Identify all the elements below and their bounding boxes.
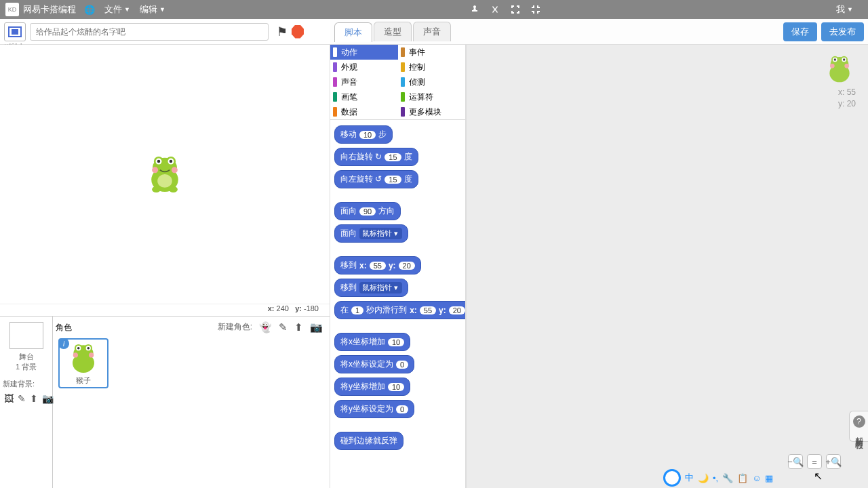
upload-sprite-icon[interactable]: ⬆ xyxy=(294,321,303,333)
svg-point-13 xyxy=(152,186,161,192)
backdrop-thumb[interactable] xyxy=(9,322,43,349)
svg-point-32 xyxy=(843,58,845,60)
category-5[interactable]: 侦测 xyxy=(398,75,466,89)
block-move[interactable]: 移动10步 xyxy=(334,125,393,144)
svg-point-22 xyxy=(87,347,90,350)
svg-point-11 xyxy=(172,167,178,173)
category-0[interactable]: 动作 xyxy=(330,45,398,60)
svg-point-33 xyxy=(830,64,835,68)
green-flag-icon[interactable]: ⚑ xyxy=(277,24,288,39)
zoom-out-icon[interactable]: −🔍 xyxy=(788,454,803,469)
brand-label: 网易卡搭编程 xyxy=(23,3,76,16)
new-sprite-label: 新建角色: xyxy=(218,321,252,333)
svg-rect-1 xyxy=(12,29,18,35)
category-6[interactable]: 画笔 xyxy=(330,89,398,104)
camera-sprite-icon[interactable]: 📷 xyxy=(310,321,323,333)
grow-icon[interactable] xyxy=(508,2,523,17)
block-change-y[interactable]: 将y坐标增加10 xyxy=(334,378,410,396)
svg-point-21 xyxy=(77,347,80,350)
category-2[interactable]: 外观 xyxy=(330,60,398,75)
category-3[interactable]: 控制 xyxy=(398,60,466,75)
ime-grid-icon[interactable]: ▦ xyxy=(765,473,773,483)
tab-sounds[interactable]: 声音 xyxy=(413,22,451,41)
block-point-to[interactable]: 面向鼠标指针 ▾ xyxy=(334,224,408,243)
svg-point-23 xyxy=(73,352,78,357)
menu-edit[interactable]: 编辑▼ xyxy=(140,3,165,16)
scissors-icon[interactable] xyxy=(488,2,502,17)
ime-moon-icon[interactable]: 🌙 xyxy=(698,473,709,483)
sprites-header-label: 角色 xyxy=(56,322,72,333)
ime-wrench-icon[interactable]: 🔧 xyxy=(722,473,733,483)
block-turn-right[interactable]: 向右旋转 ↻15度 xyxy=(334,148,418,166)
block-set-y[interactable]: 将y坐标设定为0 xyxy=(334,400,414,418)
sprite-thumb[interactable]: i 猴子 xyxy=(58,338,108,388)
ime-smile-icon[interactable]: ☺ xyxy=(752,473,761,483)
save-button[interactable]: 保存 xyxy=(783,22,817,41)
block-point-dir[interactable]: 面向90方向 xyxy=(334,202,401,220)
ime-lang[interactable]: 中 xyxy=(685,472,694,484)
sprite-panel: 舞台 1 背景 新建背景: 🖼 ✎ ⬆ 📷 角色 新建角色: 👻 ✎ xyxy=(0,316,330,488)
svg-point-31 xyxy=(834,58,836,60)
menu-file[interactable]: 文件▼ xyxy=(104,3,130,16)
project-title-input[interactable] xyxy=(30,23,269,41)
globe-icon[interactable]: 🌐 xyxy=(84,5,95,15)
mouse-cursor-icon: ↖ xyxy=(814,470,823,483)
stamp-icon[interactable] xyxy=(467,2,482,17)
block-set-x[interactable]: 将x坐标设定为0 xyxy=(334,355,414,373)
choose-sprite-icon[interactable]: 👻 xyxy=(259,321,272,333)
category-1[interactable]: 事件 xyxy=(398,45,466,60)
help-tab[interactable]: ? 帮助与教程 xyxy=(849,411,868,442)
block-glide[interactable]: 在1秒内滑行到x:55y:20 xyxy=(334,301,465,319)
svg-point-10 xyxy=(152,167,158,173)
category-9[interactable]: 更多模块 xyxy=(398,104,466,119)
help-label: 帮助与教程 xyxy=(853,430,865,437)
svg-point-24 xyxy=(89,352,94,357)
zoom-in-icon[interactable]: +🔍 xyxy=(826,454,841,469)
help-icon: ? xyxy=(853,415,865,428)
ime-toolbar: 中 🌙 •, 🔧 📋 ☺ ▦ xyxy=(663,469,773,487)
tab-costumes[interactable]: 造型 xyxy=(374,22,412,41)
sprite-on-stage[interactable] xyxy=(146,154,183,195)
sprite-info-icon[interactable]: i xyxy=(58,338,69,349)
tab-scripts[interactable]: 脚本 xyxy=(334,22,372,42)
title-row: ⚑ xyxy=(0,19,330,45)
block-bounce[interactable]: 碰到边缘就反弹 xyxy=(334,432,403,450)
sprite-name: 猴子 xyxy=(76,375,91,386)
category-7[interactable]: 运算符 xyxy=(398,89,466,104)
menu-me[interactable]: 我▼ xyxy=(836,3,853,16)
app-logo: KD xyxy=(5,3,19,16)
fullscreen-stage-button[interactable] xyxy=(4,22,26,41)
ime-note-icon[interactable]: 📋 xyxy=(737,473,748,483)
paint-sprite-icon[interactable]: ✎ xyxy=(279,321,288,333)
category-8[interactable]: 数据 xyxy=(330,104,398,119)
zoom-reset-icon[interactable]: = xyxy=(807,454,822,469)
ime-logo-icon[interactable] xyxy=(663,469,681,487)
stage-label: 舞台 xyxy=(3,352,50,362)
camera-backdrop-icon[interactable]: 📷 xyxy=(42,393,54,404)
categories: 动作事件外观控制声音侦测画笔运算符数据更多模块 xyxy=(330,45,465,120)
block-goto-xy[interactable]: 移到x:55y:20 xyxy=(334,256,421,274)
svg-point-14 xyxy=(169,186,178,192)
svg-point-8 xyxy=(157,160,161,163)
upload-backdrop-icon[interactable]: ⬆ xyxy=(30,393,38,404)
blocks-list: 移动10步 向右旋转 ↻15度 向左旋转 ↺15度 面向90方向 面向鼠标指针 … xyxy=(330,120,465,472)
canvas-coords: x: 55 y: 20 xyxy=(838,87,856,110)
paint-backdrop-icon[interactable]: 🖼 xyxy=(4,393,14,404)
ime-comma-icon[interactable]: •, xyxy=(713,473,718,483)
new-backdrop-label: 新建背景: xyxy=(3,379,50,389)
stop-icon[interactable] xyxy=(292,25,304,39)
block-turn-left[interactable]: 向左旋转 ↺15度 xyxy=(334,170,418,188)
script-canvas[interactable]: x: 55 y: 20 −🔍 = +🔍 ? 帮助与教程 xyxy=(466,45,868,488)
publish-button[interactable]: 去发布 xyxy=(821,22,864,41)
brush-backdrop-icon[interactable]: ✎ xyxy=(18,393,26,404)
stage[interactable] xyxy=(0,45,330,304)
top-menubar: KD 网易卡搭编程 🌐 文件▼ 编辑▼ 我▼ xyxy=(0,0,868,19)
backdrop-column: 舞台 1 背景 新建背景: 🖼 ✎ ⬆ 📷 xyxy=(0,317,53,488)
block-change-x[interactable]: 将x坐标增加10 xyxy=(334,333,410,351)
block-palette: 动作事件外观控制声音侦测画笔运算符数据更多模块 移动10步 向右旋转 ↻15度 … xyxy=(330,45,466,488)
shrink-icon[interactable] xyxy=(528,2,543,17)
category-4[interactable]: 声音 xyxy=(330,75,398,89)
block-goto-ptr[interactable]: 移到鼠标指针 ▾ xyxy=(334,279,408,297)
stage-area: x: 240 y: -180 xyxy=(0,45,330,316)
canvas-sprite-preview xyxy=(826,54,853,84)
